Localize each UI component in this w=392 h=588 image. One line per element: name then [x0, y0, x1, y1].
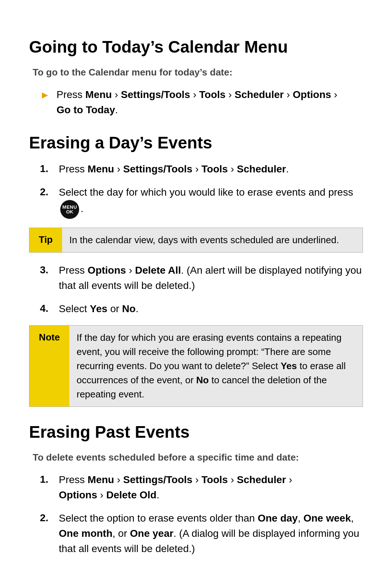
step4-bold-no: No [122, 303, 135, 314]
step3-bold-options: Options [87, 265, 126, 276]
s3s1-bold-tools: Tools [201, 474, 228, 485]
s3s2-bold-one-month: One month [59, 528, 113, 539]
s3s2-bold-one-year: One year [130, 528, 173, 539]
section1-bullet: ► Press Menu › Settings/Tools › Tools › … [40, 87, 363, 118]
step1-bold-settings: Settings/Tools [123, 163, 192, 175]
step4-text: Select Yes or No. [59, 301, 138, 317]
tip-box: Tip In the calendar view, days with even… [29, 228, 363, 253]
step4-num: 4. [40, 301, 59, 316]
bold-settings-tools: Settings/Tools [121, 89, 190, 100]
bold-options: Options [293, 89, 331, 100]
section2-title: Erasing a Day’s Events [29, 131, 363, 155]
s3s1-bold-delete-old: Delete Old [106, 489, 156, 501]
step3-num: 3. [40, 263, 59, 278]
section2-step2: 2. Select the day for which you would li… [40, 185, 363, 219]
section2-step3: 3. Press Options › Delete All. (An alert… [40, 263, 363, 293]
section2-step1: 1. Press Menu › Settings/Tools › Tools ›… [40, 162, 363, 177]
step1-bold-tools: Tools [201, 163, 228, 175]
step1-text: Press Menu › Settings/Tools › Tools › Sc… [59, 162, 289, 177]
footer: 92 Section 2G: Using the Phone’s Tools [29, 578, 363, 588]
s3s1-bold-menu: Menu [87, 474, 114, 485]
section3-step2-num: 2. [40, 511, 59, 526]
bold-tools: Tools [199, 89, 226, 100]
step1-num: 1. [40, 162, 59, 176]
section3-step2-text: Select the option to erase events older … [59, 511, 363, 556]
section1-title: Going to Today’s Calendar Menu [29, 35, 363, 59]
step1-bold-scheduler: Scheduler [237, 163, 286, 175]
s3s1-bold-options: Options [59, 489, 97, 501]
s3s1-bold-scheduler: Scheduler [237, 474, 286, 485]
step1-bold-menu: Menu [87, 163, 114, 175]
section1-bullet-text: Press Menu › Settings/Tools › Tools › Sc… [57, 87, 338, 118]
tip-content: In the calendar view, days with events s… [62, 228, 363, 252]
section-going-to-today: Going to Today’s Calendar Menu To go to … [29, 35, 363, 118]
tip-label: Tip [29, 228, 62, 252]
section3-subtitle: To delete events scheduled before a spec… [33, 451, 363, 465]
bold-menu: Menu [85, 89, 112, 100]
footer-section-text: Section 2G: Using the Phone’s Tools [73, 585, 237, 588]
section1-subtitle: To go to the Calendar menu for today’s d… [33, 66, 363, 79]
section3-step1: 1. Press Menu › Settings/Tools › Tools ›… [40, 472, 363, 503]
note-box: Note If the day for which you are erasin… [29, 325, 363, 407]
section3-step1-num: 1. [40, 472, 59, 487]
section3-step1-text: Press Menu › Settings/Tools › Tools › Sc… [59, 472, 292, 503]
step2-num: 2. [40, 185, 59, 200]
section2-step4: 4. Select Yes or No. [40, 301, 363, 317]
step2-text: Select the day for which you would like … [59, 185, 363, 219]
section3-step2: 2. Select the option to erase events old… [40, 511, 363, 556]
bold-scheduler: Scheduler [234, 89, 283, 100]
footer-page-number: 92 [29, 585, 51, 588]
note-label: Note [29, 326, 69, 407]
step4-bold-yes: Yes [90, 303, 107, 314]
s3s2-bold-one-day: One day [258, 513, 298, 524]
section-erasing-day: Erasing a Day’s Events 1. Press Menu › S… [29, 131, 363, 407]
section-erasing-past: Erasing Past Events To delete events sch… [29, 420, 363, 556]
bullet-arrow-icon: ► [40, 88, 50, 103]
note-content: If the day for which you are erasing eve… [69, 326, 363, 407]
section3-title: Erasing Past Events [29, 420, 363, 444]
step3-bold-delete-all: Delete All [135, 265, 181, 276]
bold-go-to-today: Go to Today [57, 104, 115, 115]
step3-text: Press Options › Delete All. (An alert wi… [59, 263, 363, 293]
s3s2-bold-one-week: One week [303, 513, 351, 524]
note-bold-yes: Yes [281, 360, 297, 371]
menu-ok-button: MENU OK [60, 200, 79, 219]
s3s1-bold-settings: Settings/Tools [123, 474, 192, 485]
note-bold-no: No [196, 375, 209, 385]
